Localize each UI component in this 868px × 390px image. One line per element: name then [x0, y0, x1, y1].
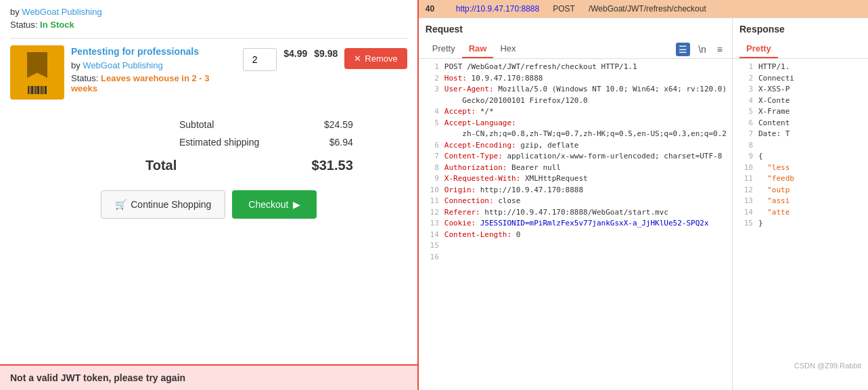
request-panel: Request Pretty Raw Hex ☰ \n ≡ 1POST /Web… — [419, 18, 733, 390]
code-line: 6Accept-Encoding: gzip, deflate — [424, 140, 727, 152]
resp-line: 15} — [738, 218, 863, 230]
product2-status-line: Status: Leaves warehouse in 2 - 3 weeks — [71, 73, 236, 93]
tab-raw-request[interactable]: Raw — [462, 40, 494, 58]
resp-line: 8 — [738, 140, 863, 152]
watermark: CSDN @Z99.Rabbit — [794, 362, 861, 370]
code-line: zh-CN,zh;q=0.8,zh-TW;q=0.7,zh-HK;q=0.5,e… — [424, 129, 727, 140]
shipping-value: $6.94 — [329, 137, 353, 148]
product2-qty-price-row: $4.99 $9.98 ✕ Remove — [243, 45, 407, 100]
continue-shopping-button[interactable]: 🛒 Continue Shopping — [101, 190, 225, 219]
resp-line: 2Connecti — [738, 73, 863, 85]
resp-line: 13 "assi — [738, 196, 863, 207]
product1-status-label: Status: — [10, 20, 37, 30]
code-line: 5Accept-Language: — [424, 118, 727, 129]
product2-price-total: $9.98 — [314, 48, 338, 59]
request-url: http://10.9.47.170:8888 — [456, 4, 539, 14]
request-code-area: 1POST /WebGoat/JWT/refresh/checkout HTTP… — [419, 59, 732, 390]
shipping-row: Estimated shipping $6.94 — [10, 133, 407, 151]
product1-status-line: Status: In Stock — [10, 20, 407, 30]
arrow-right-icon: ▶ — [293, 199, 300, 210]
product2-price-unit: $4.99 — [283, 48, 307, 59]
remove-x-icon: ✕ — [354, 53, 361, 64]
resp-line: 1HTTP/1. — [738, 62, 863, 73]
shipping-label: Estimated shipping — [179, 137, 259, 148]
checkout-label: Checkout — [248, 199, 288, 210]
continue-shopping-label: Continue Shopping — [131, 199, 211, 210]
resp-line: 4X-Conte — [738, 95, 863, 107]
total-row: Total $31.53 — [10, 151, 407, 180]
resp-line: 9{ — [738, 151, 863, 162]
code-line: 13Cookie: JSESSIONID=mPiRmlzFex5v77jankG… — [424, 218, 727, 230]
tab-hex-request[interactable]: Hex — [493, 40, 522, 58]
cart-icon: 🛒 — [115, 199, 127, 210]
request-path: /WebGoat/JWT/refresh/checkout — [589, 4, 706, 14]
code-line: 12Referer: http://10.9.47.170:8888/WebGo… — [424, 207, 727, 219]
product1-status-value: In Stock — [40, 20, 74, 30]
code-line: 11Connection: close — [424, 196, 727, 207]
product2-image — [10, 45, 64, 100]
code-line: 15 — [424, 240, 727, 252]
request-method: POST — [553, 4, 575, 14]
subtotal-label: Subtotal — [179, 119, 214, 130]
request-title: Request — [419, 18, 732, 40]
code-line: 14Content-Length: 0 — [424, 230, 727, 241]
product1-publisher-link[interactable]: WebGoat Publishing — [22, 7, 101, 17]
response-panel: Response Pretty 1HTTP/1. 2Connecti 3X-XS… — [733, 18, 868, 390]
code-line: 4Accept: */* — [424, 106, 727, 118]
resp-line: 6Content — [738, 118, 863, 129]
action-buttons: 🛒 Continue Shopping Checkout ▶ — [10, 190, 407, 219]
code-line: 8Authorization: Bearer null — [424, 162, 727, 174]
request-header-bar: 40 http://10.9.47.170:8888 POST /WebGoat… — [419, 0, 868, 18]
resp-line: 12 "outp — [738, 185, 863, 196]
remove-label: Remove — [365, 53, 397, 64]
product1-section: by WebGoat Publishing Status: In Stock — [10, 7, 407, 39]
resp-line: 3X-XSS-P — [738, 84, 863, 95]
tab-pretty-request[interactable]: Pretty — [426, 40, 462, 58]
request-tabs: Pretty Raw Hex ☰ \n ≡ — [419, 40, 732, 59]
resp-line: 5X-Frame — [738, 106, 863, 118]
product2-price-total-col: $9.98 — [314, 45, 338, 59]
checkout-button[interactable]: Checkout ▶ — [232, 190, 316, 219]
summary-section: Subtotal $24.59 Estimated shipping $6.94… — [10, 110, 407, 180]
resp-line: 10 "less — [738, 162, 863, 174]
product2-section: Pentesting for professionals by WebGoat … — [10, 45, 407, 100]
code-line: 10Origin: http://10.9.47.170:8888 — [424, 185, 727, 196]
total-value: $31.53 — [312, 158, 353, 173]
product2-publisher-line: by WebGoat Publishing — [71, 60, 236, 70]
code-line: 1POST /WebGoat/JWT/refresh/checkout HTTP… — [424, 62, 727, 73]
subtotal-value: $24.59 — [324, 119, 353, 130]
left-panel: by WebGoat Publishing Status: In Stock — [0, 0, 419, 390]
product2-status-label: Status: — [71, 73, 98, 83]
error-message: Not a valid JWT token, please try again — [10, 372, 185, 383]
code-line: 9X-Requested-With: XMLHttpRequest — [424, 173, 727, 185]
request-number: 40 — [426, 4, 442, 14]
product2-remove-button[interactable]: ✕ Remove — [344, 48, 407, 69]
resp-line: 7Date: T — [738, 129, 863, 140]
tab-pretty-response[interactable]: Pretty — [739, 40, 778, 58]
menu-icon-btn[interactable]: ≡ — [714, 43, 725, 56]
code-line: Gecko/20100101 Firefox/120.0 — [424, 95, 727, 107]
response-tabs: Pretty — [733, 40, 868, 59]
newline-icon-btn[interactable]: \n — [695, 43, 709, 56]
code-line: 2Host: 10.9.47.170:8888 — [424, 73, 727, 85]
response-title: Response — [733, 18, 868, 40]
product2-by-text: by — [71, 60, 81, 70]
bookmark-icon — [27, 52, 47, 78]
resp-line: 14 "atte — [738, 207, 863, 219]
panels-row: Request Pretty Raw Hex ☰ \n ≡ 1POST /Web… — [419, 18, 868, 390]
product1-publisher-line: by WebGoat Publishing — [10, 7, 407, 17]
code-line: 3User-Agent: Mozilla/5.0 (Windows NT 10.… — [424, 84, 727, 95]
response-code-area: 1HTTP/1. 2Connecti 3X-XSS-P 4X-Conte 5X-… — [733, 59, 868, 390]
product1-by-text: by — [10, 7, 20, 17]
code-line: 16 — [424, 252, 727, 263]
product2-publisher-link[interactable]: WebGoat Publishing — [83, 60, 162, 70]
list-view-icon-btn[interactable]: ☰ — [676, 43, 690, 56]
product2-quantity-input[interactable] — [243, 48, 277, 71]
product2-info: Pentesting for professionals by WebGoat … — [71, 45, 236, 100]
resp-line: 11 "feedb — [738, 173, 863, 185]
right-panel: 40 http://10.9.47.170:8888 POST /WebGoat… — [419, 0, 868, 390]
barcode-icon — [28, 86, 47, 94]
product2-title-link[interactable]: Pentesting for professionals — [71, 45, 236, 58]
code-line: 7Content-Type: application/x-www-form-ur… — [424, 151, 727, 162]
error-bar: Not a valid JWT token, please try again — [0, 364, 417, 390]
